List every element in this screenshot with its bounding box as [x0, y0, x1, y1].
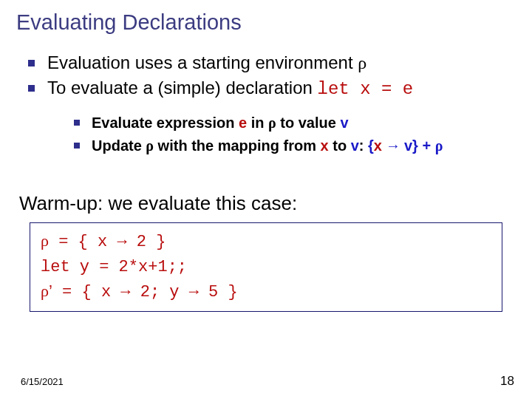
slide: Evaluating Declarations Evaluation uses … — [0, 0, 532, 399]
bullet-2-code: let x = e — [318, 79, 414, 99]
cl3-rho: ρ — [41, 282, 49, 300]
code-line-1: ρ = { x → 2 } — [41, 229, 491, 254]
sub-bullet-2: Update ρ with the mapping from x to v: {… — [74, 135, 516, 157]
code-line-2: let y = 2*x+1;; — [41, 254, 491, 279]
sb1-v: v — [340, 115, 348, 131]
bullet-2: To evaluate a (simple) declaration let x… — [27, 76, 516, 156]
sb2-rho1: ρ — [146, 137, 154, 154]
sb2-arrow: → — [382, 137, 404, 154]
slide-title: Evaluating Declarations — [16, 10, 516, 35]
sb2-colon: : — [359, 137, 368, 154]
footer-date: 6/15/2021 — [21, 376, 64, 387]
sb2-bc: } — [412, 137, 418, 154]
rho-symbol: ρ — [358, 53, 366, 72]
cl3-rest: = { x → 2; y → 5 } — [52, 283, 238, 301]
sb2-plus: + — [418, 137, 435, 154]
cl1-rho: ρ — [41, 231, 49, 250]
sub-bullet-1: Evaluate expression e in ρ to value v — [74, 112, 516, 134]
sub-bullet-list: Evaluate expression e in ρ to value v Up… — [74, 112, 516, 157]
bullet-list: Evaluation uses a starting environment ρ… — [27, 51, 516, 157]
sb2-rho2: ρ — [435, 137, 443, 154]
sb2-c: to — [329, 137, 351, 154]
sb1-c: in — [247, 115, 268, 131]
sb1-d: to value — [276, 115, 341, 131]
bullet-2-text: To evaluate a (simple) declaration — [47, 78, 318, 98]
sb2-x: x — [321, 137, 329, 154]
sb1-a: Evaluate — [92, 115, 157, 131]
cl1-rest: = { x → 2 } — [49, 233, 166, 251]
footer-page-number: 18 — [500, 374, 514, 389]
sb2-x2: x — [374, 137, 382, 154]
sb2-bo: { — [368, 137, 374, 154]
sb2-a: Update — [92, 137, 146, 154]
sb2-v: v — [351, 137, 359, 154]
sb1-e: e — [239, 115, 247, 131]
code-line-3: ρ’ = { x → 2; y → 5 } — [41, 279, 491, 304]
bullet-1-text: Evaluation uses a starting environment — [47, 52, 358, 72]
sb1-b: expression — [157, 115, 239, 131]
bullet-1: Evaluation uses a starting environment ρ — [27, 51, 516, 75]
warmup-heading: Warm-up: we evaluate this case: — [19, 192, 516, 215]
sb2-v2: v — [404, 137, 412, 154]
sb1-rho: ρ — [268, 115, 276, 131]
sb2-b: with the mapping from — [154, 137, 321, 154]
cl2: let y = 2*x+1;; — [41, 258, 187, 276]
code-block: ρ = { x → 2 } let y = 2*x+1;; ρ’ = { x →… — [30, 222, 502, 313]
